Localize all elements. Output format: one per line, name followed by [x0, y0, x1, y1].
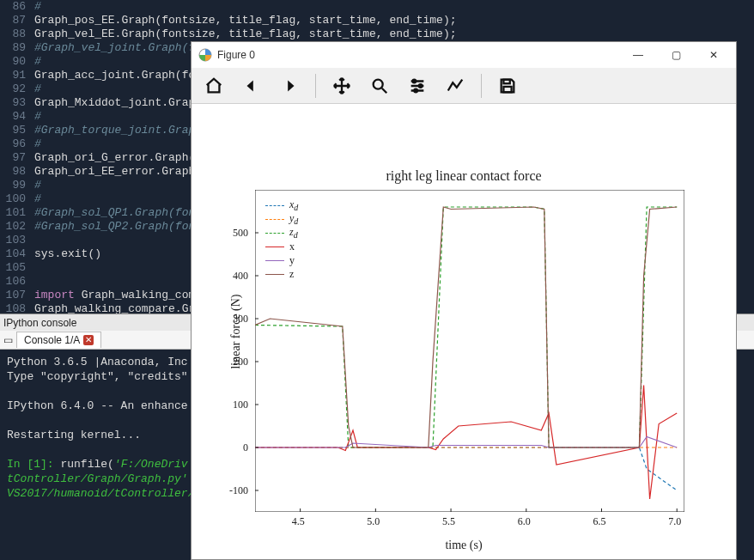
svg-point-4	[414, 88, 417, 92]
figure-canvas[interactable]: right leg linear contact force linear fo…	[192, 104, 736, 559]
forward-icon[interactable]	[274, 70, 305, 101]
configure-icon[interactable]	[402, 70, 433, 101]
svg-rect-6	[503, 86, 511, 91]
console-tab-label: Console 1/A	[24, 334, 80, 346]
svg-point-3	[419, 84, 423, 88]
home-icon[interactable]	[198, 70, 229, 101]
figure-title: Figure 0	[217, 49, 255, 61]
svg-rect-5	[503, 79, 509, 83]
minimize-button[interactable]: —	[619, 43, 657, 67]
zoom-icon[interactable]	[364, 70, 395, 101]
legend: xdydzdxyz	[265, 198, 298, 281]
toolbar-separator	[481, 74, 482, 98]
svg-point-2	[413, 79, 417, 82]
window-close-button[interactable]: ✕	[695, 43, 733, 67]
save-icon[interactable]	[492, 70, 523, 101]
close-icon[interactable]: ✕	[83, 335, 94, 345]
figure-window[interactable]: Figure 0 — ▢ ✕ right leg linear contact …	[191, 41, 737, 560]
legend-item: z	[265, 267, 298, 281]
plot-area	[255, 190, 684, 512]
matplotlib-icon	[198, 48, 212, 62]
maximize-button[interactable]: ▢	[657, 43, 695, 67]
legend-item: yd	[265, 212, 298, 226]
legend-item: xd	[265, 198, 298, 212]
legend-item: x	[265, 240, 298, 253]
svg-rect-7	[255, 190, 684, 512]
figure-titlebar[interactable]: Figure 0 — ▢ ✕	[192, 42, 736, 68]
edit-icon[interactable]	[440, 70, 471, 101]
console-tab[interactable]: Console 1/A ✕	[16, 332, 101, 348]
console-tab-icon: ▭	[3, 334, 13, 346]
svg-point-1	[374, 79, 383, 88]
pan-icon[interactable]	[326, 70, 357, 101]
line-gutter: 8687888990919293949596979899100101102103…	[0, 0, 29, 330]
legend-item: zd	[265, 226, 298, 240]
chart-title: right leg linear contact force	[192, 168, 736, 184]
legend-item: y	[265, 253, 298, 267]
toolbar-separator	[315, 74, 316, 98]
figure-toolbar	[192, 68, 736, 104]
back-icon[interactable]	[236, 70, 267, 101]
x-axis-label: time (s)	[192, 539, 736, 552]
